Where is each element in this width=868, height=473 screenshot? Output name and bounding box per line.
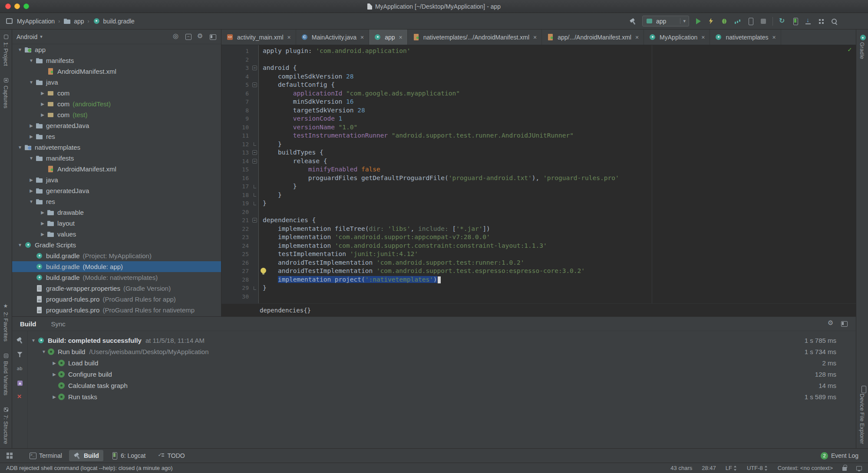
rerun-build-icon[interactable] — [16, 336, 24, 344]
gutter-line[interactable]: 16 — [221, 174, 258, 183]
expand-arrow-icon[interactable]: ▼ — [27, 156, 36, 161]
project-tree-item[interactable]: build.gradle(Project: MyApplication) — [12, 250, 221, 261]
tool-window-button-6-logcat[interactable]: 6: Logcat — [106, 450, 150, 461]
sync-gradle-icon[interactable] — [778, 17, 786, 25]
code-line[interactable]: defaultConfig { — [263, 81, 856, 89]
code-line[interactable]: } — [263, 284, 856, 292]
encoding-selector[interactable]: UTF-8 — [747, 465, 768, 471]
build-tree-item[interactable]: ▶Load build2 ms — [28, 357, 836, 368]
project-tree-item[interactable]: AndroidManifest.xml — [12, 164, 221, 174]
code-line[interactable] — [263, 56, 856, 64]
gutter-line[interactable]: 23 — [221, 233, 258, 242]
hide-panel-icon[interactable] — [209, 33, 217, 41]
gutter-line[interactable]: 30 — [221, 292, 258, 301]
expand-arrow-icon[interactable]: ▼ — [27, 80, 36, 85]
code-line[interactable]: buildTypes { — [263, 148, 856, 157]
build-hammer-icon[interactable] — [629, 17, 637, 25]
build-tree-item[interactable]: ▼Build: completed successfullyat 11/5/18… — [28, 335, 836, 346]
debug-icon[interactable] — [720, 17, 728, 25]
expand-arrow-icon[interactable]: ▶ — [38, 232, 47, 236]
attach-debugger-icon[interactable] — [746, 17, 754, 25]
expand-arrow-icon[interactable]: ▶ — [38, 112, 47, 117]
build-settings-icon[interactable] — [827, 320, 835, 328]
inspection-profile-icon[interactable] — [856, 466, 862, 470]
tool-button-2-favorites[interactable]: 2: Favorites — [3, 304, 9, 342]
close-window-button[interactable] — [5, 3, 11, 9]
collapse-all-icon[interactable] — [185, 33, 192, 41]
locate-file-icon[interactable] — [172, 33, 180, 41]
code-line[interactable]: proguardFiles getDefaultProguardFile('pr… — [263, 174, 856, 183]
profiler-icon[interactable] — [733, 17, 741, 25]
fold-marker-icon[interactable]: − — [252, 159, 257, 164]
settings-icon[interactable] — [197, 33, 205, 41]
expand-arrow-icon[interactable]: ▶ — [50, 361, 58, 365]
gutter-line[interactable]: 10 — [221, 123, 258, 132]
intention-bulb-icon[interactable] — [261, 268, 266, 273]
project-tree-item[interactable]: proguard-rules.pro(ProGuard Rules for na… — [12, 305, 221, 315]
gutter-line[interactable]: 4 — [221, 72, 258, 81]
project-tree-item[interactable]: ▶generatedJava — [12, 185, 221, 196]
gutter-line[interactable]: 25 — [221, 250, 258, 259]
editor-tab[interactable]: app/.../AndroidManifest.xml× — [542, 30, 644, 45]
project-tree-item[interactable]: ▼app — [12, 44, 221, 55]
close-tab-icon[interactable]: × — [701, 34, 705, 41]
tool-button-1-project[interactable]: 1: Project — [3, 34, 9, 66]
gutter-line[interactable]: 12 — [221, 140, 258, 149]
project-tree-item[interactable]: gradle-wrapper.properties(Gradle Version… — [12, 283, 221, 294]
close-tab-icon[interactable]: × — [772, 34, 776, 41]
editor-tab[interactable]: app× — [369, 30, 408, 45]
gutter-line[interactable]: 11 — [221, 131, 258, 140]
tab-sync[interactable]: Sync — [51, 320, 66, 328]
gutter-line[interactable]: 26 — [221, 259, 258, 267]
build-tree-item[interactable]: ▼Run build/Users/jweisbaum/Desktop/MyApp… — [28, 346, 836, 357]
zoom-window-button[interactable] — [23, 3, 29, 9]
code-line[interactable]: } — [263, 191, 856, 200]
project-tree-item[interactable]: ▼manifests — [12, 153, 221, 164]
expand-arrow-icon[interactable]: ▶ — [38, 210, 47, 215]
fold-end-icon[interactable] — [254, 185, 256, 188]
instant-run-icon[interactable] — [707, 17, 715, 25]
stop-icon[interactable] — [759, 17, 767, 25]
code-line[interactable]: versionCode 1 — [263, 115, 856, 123]
expand-arrow-icon[interactable]: ▶ — [27, 177, 36, 182]
gutter-line[interactable]: 6 — [221, 89, 258, 98]
search-icon[interactable] — [830, 17, 838, 25]
gutter-line[interactable]: 24 — [221, 242, 258, 250]
tool-button-device-file-explorer[interactable]: Device File Explorer — [859, 385, 865, 444]
project-tree-item[interactable]: ▼manifests — [12, 55, 221, 66]
editor-tab[interactable]: nativetemplates× — [710, 30, 781, 45]
code-line[interactable]: versionName "1.0" — [263, 123, 856, 132]
gutter-line[interactable]: 17 — [221, 182, 258, 191]
hide-build-panel-icon[interactable] — [840, 320, 848, 328]
filter-icon[interactable] — [16, 351, 24, 358]
gutter-line[interactable]: 13− — [221, 148, 258, 157]
project-tree-item[interactable]: ▼java — [12, 77, 221, 88]
avd-manager-icon[interactable] — [791, 17, 799, 25]
export-icon[interactable] — [16, 379, 24, 387]
fold-end-icon[interactable] — [254, 202, 256, 205]
fold-end-icon[interactable] — [254, 193, 256, 197]
expand-arrow-icon[interactable]: ▶ — [50, 372, 58, 377]
project-tree-item[interactable]: ▶com(test) — [12, 109, 221, 120]
tool-window-switcher-icon[interactable] — [6, 452, 13, 459]
code-line[interactable]: } — [263, 140, 856, 149]
line-separator-selector[interactable]: LF — [726, 465, 737, 471]
caret-position[interactable]: 28:47 — [702, 465, 716, 471]
gutter-line[interactable]: 18 — [221, 191, 258, 200]
project-tree-item[interactable]: ▼Gradle Scripts — [12, 240, 221, 250]
project-tree-item[interactable]: ▶generatedJava — [12, 120, 221, 131]
project-tree-item[interactable]: ▶drawable — [12, 207, 221, 218]
editor-tab[interactable]: nativetemplates/.../AndroidManifest.xml× — [408, 30, 542, 45]
expand-arrow-icon[interactable]: ▼ — [27, 58, 36, 63]
gutter-line[interactable]: 5− — [221, 81, 258, 89]
code-line[interactable]: } — [263, 199, 856, 208]
code-line[interactable]: testInstrumentationRunner "android.suppo… — [263, 131, 856, 140]
minimize-window-button[interactable] — [14, 3, 20, 9]
gutter-line[interactable]: 2 — [221, 56, 258, 64]
close-tab-icon[interactable]: × — [287, 34, 291, 41]
expand-arrow-icon[interactable]: ▶ — [27, 134, 36, 139]
code-line[interactable]: targetSdkVersion 28 — [263, 106, 856, 115]
gutter-line[interactable]: 15 — [221, 165, 258, 174]
code-line[interactable]: androidTestImplementation 'com.android.s… — [263, 267, 856, 276]
editor-tab[interactable]: MainActivity.java× — [296, 30, 369, 45]
